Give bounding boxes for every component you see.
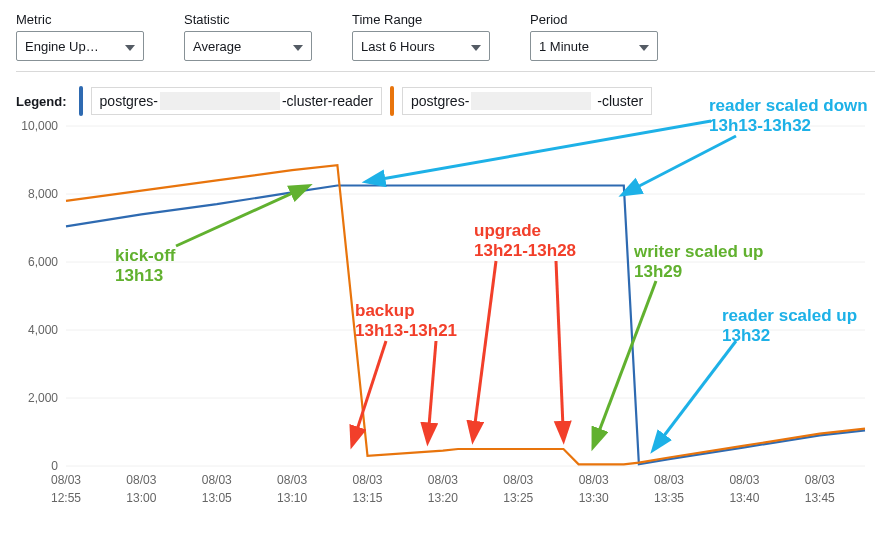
metric-select[interactable]: Engine Up… <box>16 31 144 61</box>
svg-text:13:45: 13:45 <box>805 491 835 505</box>
annotation-upgrade: upgrade 13h21-13h28 <box>474 221 576 260</box>
svg-line-37 <box>473 261 496 439</box>
svg-line-42 <box>654 341 736 449</box>
svg-line-36 <box>428 341 436 441</box>
annotation-backup-l2: 13h13-13h21 <box>355 321 457 341</box>
timerange-label: Time Range <box>352 12 490 27</box>
legend-series-0[interactable]: postgres- -cluster-reader <box>91 87 382 115</box>
legend-swatch-0 <box>79 86 83 116</box>
svg-text:13:05: 13:05 <box>202 491 232 505</box>
metric-select-value: Engine Up… <box>25 39 99 54</box>
svg-text:13:00: 13:00 <box>126 491 156 505</box>
svg-text:8,000: 8,000 <box>28 187 58 201</box>
annotation-writer-up: writer scaled up 13h29 <box>634 242 763 281</box>
svg-text:10,000: 10,000 <box>21 119 58 133</box>
legend-series-1-prefix: postgres- <box>411 93 469 109</box>
annotation-upgrade-l2: 13h21-13h28 <box>474 241 576 261</box>
timerange-select-value: Last 6 Hours <box>361 39 435 54</box>
svg-text:4,000: 4,000 <box>28 323 58 337</box>
annotation-writer-up-l1: writer scaled up <box>634 242 763 262</box>
legend-series-0-prefix: postgres- <box>100 93 158 109</box>
legend-title: Legend: <box>16 94 67 109</box>
statistic-select-value: Average <box>193 39 241 54</box>
annotation-backup-l1: backup <box>355 301 457 321</box>
redacted-text <box>160 92 280 110</box>
svg-text:08/03: 08/03 <box>202 473 232 487</box>
svg-text:13:30: 13:30 <box>579 491 609 505</box>
annotation-reader-down-l1: reader scaled down <box>709 96 868 116</box>
svg-text:08/03: 08/03 <box>654 473 684 487</box>
svg-text:2,000: 2,000 <box>28 391 58 405</box>
annotation-reader-up: reader scaled up 13h32 <box>722 306 857 345</box>
svg-line-39 <box>594 281 656 446</box>
redacted-text <box>471 92 591 110</box>
svg-text:08/03: 08/03 <box>277 473 307 487</box>
period-select[interactable]: 1 Minute <box>530 31 658 61</box>
svg-text:12:55: 12:55 <box>51 491 81 505</box>
svg-line-34 <box>176 186 307 246</box>
svg-text:08/03: 08/03 <box>503 473 533 487</box>
annotation-reader-down-l2: 13h13-13h32 <box>709 116 868 136</box>
svg-text:13:25: 13:25 <box>503 491 533 505</box>
chart: 02,0004,0006,0008,00010,00008/0312:5508/… <box>16 116 875 526</box>
annotation-kickoff: kick-off 13h13 <box>115 246 175 285</box>
annotation-backup: backup 13h13-13h21 <box>355 301 457 340</box>
period-label: Period <box>530 12 658 27</box>
svg-line-40 <box>368 121 711 182</box>
svg-text:13:10: 13:10 <box>277 491 307 505</box>
controls-bar: Metric Engine Up… Statistic Average Time… <box>16 12 875 72</box>
annotation-kickoff-l1: kick-off <box>115 246 175 266</box>
svg-text:13:40: 13:40 <box>729 491 759 505</box>
svg-text:08/03: 08/03 <box>352 473 382 487</box>
svg-text:08/03: 08/03 <box>729 473 759 487</box>
svg-line-38 <box>556 261 563 439</box>
legend-series-1-suffix: -cluster <box>597 93 643 109</box>
annotation-upgrade-l1: upgrade <box>474 221 576 241</box>
annotation-reader-up-l1: reader scaled up <box>722 306 857 326</box>
svg-line-41 <box>624 136 736 194</box>
caret-down-icon <box>293 39 303 54</box>
caret-down-icon <box>125 39 135 54</box>
svg-text:08/03: 08/03 <box>51 473 81 487</box>
svg-text:6,000: 6,000 <box>28 255 58 269</box>
svg-text:08/03: 08/03 <box>805 473 835 487</box>
annotation-writer-up-l2: 13h29 <box>634 262 763 282</box>
svg-text:0: 0 <box>51 459 58 473</box>
period-select-value: 1 Minute <box>539 39 589 54</box>
svg-text:08/03: 08/03 <box>579 473 609 487</box>
legend-swatch-1 <box>390 86 394 116</box>
caret-down-icon <box>471 39 481 54</box>
legend-series-1[interactable]: postgres- -cluster <box>402 87 652 115</box>
svg-text:13:15: 13:15 <box>352 491 382 505</box>
statistic-select[interactable]: Average <box>184 31 312 61</box>
caret-down-icon <box>639 39 649 54</box>
annotation-kickoff-l2: 13h13 <box>115 266 175 286</box>
statistic-label: Statistic <box>184 12 312 27</box>
legend-series-0-suffix: -cluster-reader <box>282 93 373 109</box>
annotation-reader-down: reader scaled down 13h13-13h32 <box>709 96 868 135</box>
timerange-select[interactable]: Last 6 Hours <box>352 31 490 61</box>
svg-text:13:35: 13:35 <box>654 491 684 505</box>
svg-text:08/03: 08/03 <box>428 473 458 487</box>
svg-text:08/03: 08/03 <box>126 473 156 487</box>
svg-text:13:20: 13:20 <box>428 491 458 505</box>
annotation-reader-up-l2: 13h32 <box>722 326 857 346</box>
metric-label: Metric <box>16 12 144 27</box>
